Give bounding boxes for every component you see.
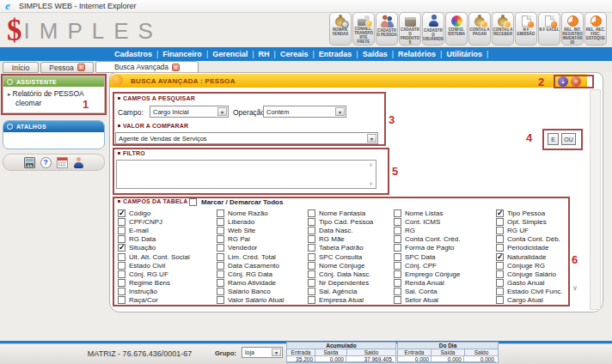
checkbox[interactable] bbox=[308, 270, 315, 278]
toolbar-button[interactable]: CADASTRO PESSOA bbox=[376, 12, 398, 46]
menu-item[interactable]: Gerencial bbox=[210, 50, 250, 58]
checkbox[interactable] bbox=[118, 227, 125, 234]
table-field-option[interactable]: Sal. Agência bbox=[308, 288, 394, 296]
checkbox[interactable] bbox=[496, 235, 504, 243]
checkbox[interactable] bbox=[217, 244, 224, 252]
toolbar-button[interactable]: CONHEC. TRANSPORTE FRETE bbox=[352, 12, 375, 46]
table-field-option[interactable]: Cônjuge RG bbox=[496, 261, 566, 270]
table-field-option[interactable]: SPC Data bbox=[394, 252, 496, 261]
checkbox[interactable] bbox=[496, 218, 504, 226]
menu-item[interactable]: Saídas bbox=[360, 50, 390, 58]
table-field-option[interactable]: Cargo Atual bbox=[496, 296, 566, 305]
table-field-option[interactable]: Nome Razão bbox=[217, 209, 308, 217]
table-field-option[interactable]: Empresa Atual bbox=[308, 296, 394, 305]
close-tab-icon[interactable] bbox=[77, 64, 85, 71]
table-field-option[interactable]: Cont. ICMS bbox=[394, 217, 496, 226]
panel-close-button[interactable] bbox=[571, 76, 581, 87]
checkbox[interactable] bbox=[217, 235, 224, 243]
campo-select[interactable]: Cargo Inicial bbox=[150, 106, 229, 118]
table-field-option[interactable]: Setor Atual bbox=[394, 296, 496, 305]
checkbox[interactable] bbox=[394, 262, 401, 270]
checkbox[interactable] bbox=[308, 244, 315, 252]
chevron-down-icon[interactable] bbox=[272, 349, 281, 356]
checkbox[interactable] bbox=[496, 279, 504, 287]
filtro-textarea[interactable] bbox=[116, 160, 376, 189]
help-icon[interactable] bbox=[40, 157, 52, 168]
table-field-option[interactable]: Nome Fantasia bbox=[308, 209, 394, 217]
checkbox[interactable] bbox=[118, 218, 125, 226]
checkbox[interactable] bbox=[308, 253, 315, 261]
checkbox[interactable] bbox=[308, 209, 315, 217]
panel-up-button[interactable] bbox=[558, 76, 568, 87]
checkbox[interactable] bbox=[394, 296, 401, 304]
table-field-option[interactable]: E-mail bbox=[118, 226, 217, 234]
table-field-option[interactable]: Data Casamento bbox=[217, 261, 308, 270]
checkbox[interactable] bbox=[394, 288, 401, 295]
table-field-option[interactable]: Valor Salário Atual bbox=[217, 296, 308, 305]
checkbox[interactable] bbox=[496, 262, 504, 270]
checkbox[interactable] bbox=[394, 209, 401, 217]
checkbox[interactable] bbox=[496, 253, 504, 261]
checkbox[interactable] bbox=[217, 262, 224, 270]
toolbar-button[interactable]: N F EXCEL bbox=[538, 12, 560, 46]
tab-busca-avancada[interactable]: Busca Avançada bbox=[95, 61, 199, 73]
checkbox[interactable] bbox=[118, 244, 125, 252]
checkbox[interactable] bbox=[118, 235, 125, 243]
checkbox[interactable] bbox=[496, 244, 504, 252]
marcar-todos-checkbox[interactable] bbox=[189, 198, 197, 206]
table-field-option[interactable]: Estado Civil Func. bbox=[496, 288, 566, 296]
menu-item[interactable]: RH bbox=[256, 50, 272, 58]
toolbar-button[interactable]: N F EMISSÃO bbox=[515, 12, 537, 46]
checkbox[interactable] bbox=[308, 218, 315, 226]
close-tab-icon[interactable] bbox=[172, 64, 180, 71]
checkbox[interactable] bbox=[496, 227, 504, 234]
checkbox[interactable] bbox=[118, 262, 125, 270]
table-field-option[interactable]: Conta Cont. Créd. bbox=[394, 235, 496, 244]
scroll-up-icon[interactable] bbox=[369, 161, 609, 168]
user-icon[interactable] bbox=[73, 157, 84, 168]
checkbox[interactable] bbox=[217, 279, 224, 287]
table-field-option[interactable]: CPF/CNPJ bbox=[118, 217, 217, 226]
table-field-option[interactable]: Conta Cont. Déb. bbox=[496, 235, 566, 244]
table-field-option[interactable]: Forma de Pagto bbox=[394, 244, 496, 252]
checkbox[interactable] bbox=[217, 270, 224, 278]
checkbox[interactable] bbox=[496, 209, 504, 217]
menu-item[interactable]: Financeiro bbox=[160, 50, 205, 58]
checkbox[interactable] bbox=[118, 279, 125, 287]
toolbar-button[interactable]: CONTAS A PAGAR bbox=[468, 12, 491, 46]
checkbox[interactable] bbox=[308, 227, 315, 234]
table-field-option[interactable]: Tabela Padrão bbox=[308, 244, 394, 252]
checkbox[interactable] bbox=[217, 209, 224, 217]
table-field-option[interactable]: Vendedor bbox=[217, 244, 308, 252]
chevron-down-icon[interactable] bbox=[335, 107, 345, 116]
checkbox[interactable] bbox=[496, 288, 504, 295]
checkbox[interactable] bbox=[118, 209, 125, 217]
table-field-option[interactable]: Cônj. RG UF bbox=[118, 270, 217, 278]
chevron-down-icon[interactable] bbox=[217, 107, 227, 116]
toolbar-button[interactable]: ROMAN. VENDAS bbox=[329, 12, 352, 46]
checkbox[interactable] bbox=[217, 227, 224, 234]
table-field-option[interactable]: Emprego Cônjuge bbox=[394, 270, 496, 278]
checkbox[interactable] bbox=[394, 227, 401, 234]
table-field-option[interactable]: Liberado bbox=[217, 217, 308, 226]
table-field-option[interactable]: Web Site bbox=[217, 226, 308, 234]
chevron-down-icon[interactable] bbox=[367, 134, 376, 143]
table-field-option[interactable]: Renda Anual bbox=[394, 279, 496, 288]
toolbar-button[interactable]: REL. INT. REGISTRO INVENTÁRIO bbox=[561, 12, 584, 46]
menu-item[interactable]: Utilitários bbox=[444, 50, 485, 58]
table-field-option[interactable]: Salário Banco bbox=[217, 288, 308, 296]
checkbox[interactable] bbox=[394, 218, 401, 226]
valor-comparar-select[interactable]: Agente de Vendas de Serviços bbox=[115, 132, 378, 144]
menu-item[interactable]: Entradas bbox=[316, 50, 355, 58]
checkbox[interactable] bbox=[217, 218, 224, 226]
operacao-select[interactable]: Contém bbox=[263, 106, 346, 118]
table-field-option[interactable]: Tipo Pessoa bbox=[496, 209, 566, 217]
table-field-option[interactable]: Nome Cônjuge bbox=[308, 261, 394, 270]
table-field-option[interactable]: RG Data bbox=[118, 235, 217, 244]
table-field-option[interactable]: Nome Listas bbox=[394, 209, 496, 217]
menu-item[interactable]: Cadastros bbox=[112, 50, 155, 58]
table-field-option[interactable]: Cônj. RG Data bbox=[217, 270, 308, 278]
menu-item[interactable]: Relatórios bbox=[395, 50, 438, 58]
table-field-option[interactable]: Nr Dependentes bbox=[308, 279, 394, 288]
table-field-option[interactable]: Data Nasc. bbox=[308, 226, 394, 234]
